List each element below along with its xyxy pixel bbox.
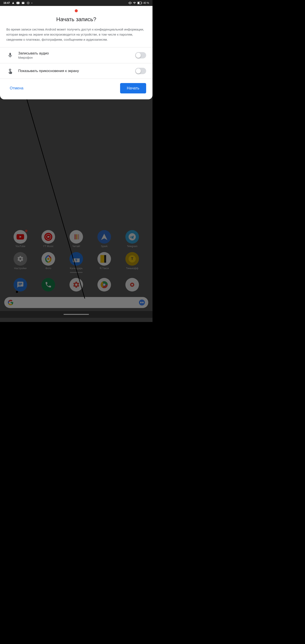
wifi-icon <box>133 2 136 4</box>
microphone-icon <box>6 52 14 59</box>
battery-level: 40 % <box>144 2 149 4</box>
touches-option-text: Показывать прикосновения к экрану <box>18 69 131 73</box>
dialog-indicator-dot <box>75 9 78 12</box>
dialog-title: Начать запись? <box>6 16 146 23</box>
touches-option-title: Показывать прикосновения к экрану <box>18 69 131 73</box>
dialog-actions: Отмена Начать <box>0 79 152 99</box>
svg-rect-3 <box>138 2 139 4</box>
mail-status-icon <box>22 2 25 4</box>
touches-toggle[interactable] <box>135 68 146 74</box>
audio-toggle-knob <box>136 53 141 58</box>
youtube-status-icon <box>16 2 20 4</box>
status-bar: 16:47 • 40 % <box>0 0 152 6</box>
audio-option-title: Записывать аудио <box>18 51 131 56</box>
svg-rect-2 <box>142 2 142 4</box>
status-bar-left: 16:47 • <box>4 2 32 4</box>
audio-option-text: Записывать аудио Микрофон <box>18 51 131 59</box>
vibrate-icon <box>128 2 132 4</box>
status-bar-right: 40 % <box>128 2 149 4</box>
touch-icon <box>6 67 14 75</box>
audio-toggle[interactable] <box>135 52 146 58</box>
svg-point-0 <box>28 2 28 4</box>
audio-option-subtitle: Микрофон <box>18 56 131 59</box>
pinwheel-status-icon <box>26 2 30 4</box>
time: 16:47 <box>4 2 10 4</box>
touches-toggle-knob <box>136 68 141 74</box>
start-button[interactable]: Начать <box>120 83 146 94</box>
cancel-button[interactable]: Отмена <box>6 84 27 92</box>
dialog-option-touches: Показывать прикосновения к экрану <box>0 63 152 78</box>
navigation-icon <box>12 2 14 4</box>
battery-icon <box>138 2 142 4</box>
dialog-indicator <box>0 6 152 14</box>
dialog-description: Во время записи система Android может по… <box>6 27 146 42</box>
dialog-option-audio: Записывать аудио Микрофон <box>0 48 152 63</box>
record-dialog: Начать запись? Во время записи система A… <box>0 6 152 99</box>
